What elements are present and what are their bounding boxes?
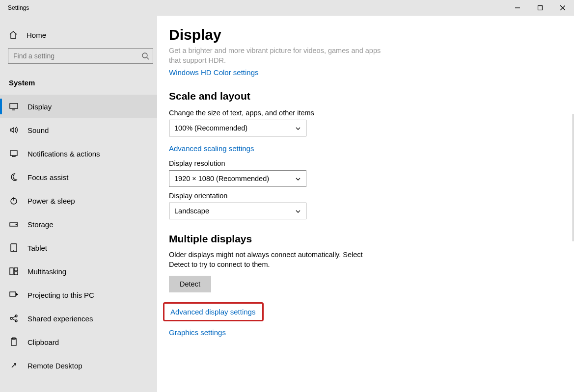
nav-label: Focus assist [27, 173, 68, 182]
notifications-icon [9, 149, 19, 158]
graphics-settings-link[interactable]: Graphics settings [169, 328, 226, 337]
nav-item-storage[interactable]: Storage [0, 212, 157, 236]
chevron-down-icon [295, 125, 301, 131]
detect-button[interactable]: Detect [169, 276, 211, 292]
svg-line-22 [12, 316, 15, 318]
svg-rect-1 [538, 6, 543, 10]
nav-label: Multitasking [27, 267, 66, 276]
search-input[interactable] [8, 48, 153, 64]
svg-point-19 [10, 317, 12, 319]
close-icon [560, 5, 565, 10]
nav-label: Remote Desktop [27, 362, 82, 370]
orientation-value: Landscape [174, 207, 209, 215]
resolution-label: Display resolution [169, 159, 434, 167]
minimize-button[interactable] [506, 0, 529, 16]
svg-rect-18 [10, 292, 16, 296]
resolution-value: 1920 × 1080 (Recommended) [174, 175, 269, 183]
window-title: Settings [8, 4, 29, 11]
projecting-icon [9, 290, 19, 300]
scale-layout-heading: Scale and layout [169, 90, 434, 102]
nav-label: Tablet [27, 244, 47, 252]
nav-item-power-sleep[interactable]: Power & sleep [0, 189, 157, 212]
home-icon [9, 30, 18, 39]
text-size-dropdown[interactable]: 100% (Recommended) [169, 120, 306, 136]
svg-line-23 [12, 319, 15, 320]
multitasking-icon [9, 266, 19, 276]
hdr-description: Get a brighter and more vibrant picture … [169, 46, 390, 65]
nav-item-sound[interactable]: Sound [0, 118, 157, 142]
home-label: Home [27, 31, 46, 39]
advanced-scaling-link[interactable]: Advanced scaling settings [169, 144, 254, 153]
nav-label: Notifications & actions [27, 150, 100, 158]
advanced-display-settings-link[interactable]: Advanced display settings [170, 308, 255, 316]
nav-list: Display Sound Notifications & actions Fo… [0, 95, 157, 377]
orientation-dropdown[interactable]: Landscape [169, 203, 306, 219]
nav-item-remote-desktop[interactable]: Remote Desktop [0, 354, 157, 377]
nav-item-clipboard[interactable]: Clipboard [0, 330, 157, 354]
nav-label: Storage [27, 220, 54, 229]
moon-icon [9, 172, 19, 182]
svg-rect-8 [10, 151, 17, 156]
display-icon [9, 102, 19, 111]
chevron-down-icon [295, 208, 301, 214]
close-button[interactable] [551, 0, 574, 16]
svg-rect-16 [14, 268, 18, 271]
sidebar: Home System Display Sound Notifications … [0, 16, 157, 392]
home-nav[interactable]: Home [0, 26, 157, 44]
svg-point-21 [15, 320, 17, 322]
nav-item-shared-experiences[interactable]: Shared experiences [0, 307, 157, 330]
maximize-button[interactable] [529, 0, 551, 16]
remote-desktop-icon [9, 361, 19, 370]
multiple-displays-desc: Older displays might not always connect … [169, 250, 385, 270]
nav-item-tablet[interactable]: Tablet [0, 236, 157, 260]
content-area: Display Get a brighter and more vibrant … [157, 16, 574, 392]
svg-rect-17 [14, 272, 18, 275]
svg-point-12 [16, 224, 17, 225]
multiple-displays-heading: Multiple displays [169, 233, 434, 245]
svg-point-20 [15, 315, 17, 317]
nav-item-notifications[interactable]: Notifications & actions [0, 142, 157, 165]
scrollbar-thumb[interactable] [573, 114, 574, 241]
chevron-down-icon [295, 176, 301, 182]
clipboard-icon [9, 337, 19, 347]
nav-label: Display [27, 103, 52, 111]
category-title: System [0, 68, 157, 90]
minimize-icon [515, 5, 520, 10]
power-icon [9, 196, 19, 206]
nav-item-display[interactable]: Display [0, 95, 157, 118]
resolution-dropdown[interactable]: 1920 × 1080 (Recommended) [169, 170, 306, 187]
tablet-icon [9, 243, 19, 253]
orientation-label: Display orientation [169, 192, 434, 200]
search-icon [141, 52, 149, 60]
sound-icon [9, 125, 19, 135]
nav-item-projecting[interactable]: Projecting to this PC [0, 283, 157, 307]
nav-label: Sound [27, 126, 49, 134]
storage-icon [9, 219, 19, 229]
hd-color-settings-link[interactable]: Windows HD Color settings [169, 68, 259, 77]
scrollbar[interactable] [572, 16, 574, 392]
nav-item-focus-assist[interactable]: Focus assist [0, 165, 157, 189]
nav-item-multitasking[interactable]: Multitasking [0, 260, 157, 283]
text-size-value: 100% (Recommended) [174, 124, 247, 132]
nav-label: Power & sleep [27, 197, 75, 205]
nav-label: Clipboard [27, 338, 59, 346]
svg-rect-6 [10, 104, 18, 108]
page-title: Display [169, 26, 574, 43]
svg-line-5 [147, 57, 149, 59]
maximize-icon [538, 5, 543, 10]
nav-label: Projecting to this PC [27, 291, 94, 299]
svg-point-4 [142, 53, 147, 58]
nav-label: Shared experiences [27, 314, 93, 323]
titlebar: Settings [0, 0, 574, 16]
svg-rect-15 [10, 268, 13, 275]
text-size-label: Change the size of text, apps, and other… [169, 109, 434, 117]
highlight-annotation: Advanced display settings [163, 302, 264, 321]
shared-icon [9, 314, 19, 323]
